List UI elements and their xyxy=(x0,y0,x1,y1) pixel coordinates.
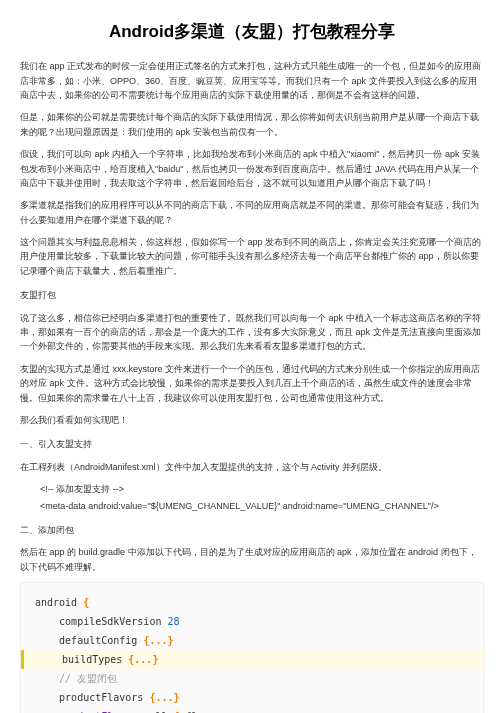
xml-line: <meta-data android:value="${UMENG_CHANNE… xyxy=(20,499,484,513)
step-heading: 二、添加闭包 xyxy=(20,523,484,537)
paragraph: 然后在 app 的 build.gradle 中添加以下代码，目的是为了生成对应… xyxy=(20,545,484,574)
paragraph: 我们在 app 正式发布的时候一定会使用正式签名的方式来打包，这种方式只能生成唯… xyxy=(20,59,484,102)
paragraph: 这个问题其实与利益息息相关，你这样想，假如你写一个 app 发布到不同的商店上，… xyxy=(20,235,484,278)
code-block: android { compileSdkVersion 28 defaultCo… xyxy=(20,582,484,713)
page-title: Android多渠道（友盟）打包教程分享 xyxy=(20,18,484,45)
paragraph: 友盟的实现方式是通过 xxx.keystore 文件来进行一个一个的压包，通过代… xyxy=(20,362,484,405)
paragraph: 那么我们看看如何实现吧！ xyxy=(20,413,484,427)
xml-comment: <!-- 添加友盟支持 --> xyxy=(20,482,484,496)
step-heading: 一、引入友盟支持 xyxy=(20,437,484,451)
paragraph: 多渠道就是指我们的应用程序可以从不同的商店下载，不同的应用商店就是不同的渠道。那… xyxy=(20,198,484,227)
section-heading: 友盟打包 xyxy=(20,288,484,302)
paragraph: 假设，我们可以向 apk 内植入一个字符串，比如我给发布到小米商店的 apk 中… xyxy=(20,147,484,190)
paragraph: 在工程列表（AndroidManifest.xml）文件中加入友盟提供的支持，这… xyxy=(20,460,484,474)
paragraph: 但是，如果你的公司就是需要统计每个商店的实际下载使用情况，那么你将如何去识别当前… xyxy=(20,110,484,139)
paragraph: 说了这么多，相信你已经明白多渠道打包的重要性了。既然我们可以向每一个 apk 中… xyxy=(20,311,484,354)
